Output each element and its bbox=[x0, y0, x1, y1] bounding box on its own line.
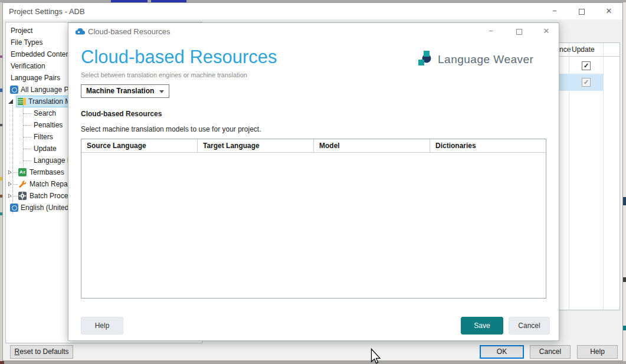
main-titlebar[interactable]: Project Settings - ADB − ✕ bbox=[3, 3, 622, 19]
reset-to-defaults-button[interactable]: Reset to Defaults bbox=[10, 345, 73, 359]
termbase-icon: Az bbox=[18, 168, 27, 176]
background-window-right-edge bbox=[623, 2, 626, 361]
section-title: Cloud-based Resources bbox=[81, 110, 162, 118]
column-header-model[interactable]: Model bbox=[314, 139, 430, 152]
minimize-button[interactable]: − bbox=[541, 3, 568, 19]
column-header-target-language[interactable]: Target Language bbox=[198, 139, 314, 152]
minimize-icon: − bbox=[552, 6, 557, 15]
close-button[interactable]: ✕ bbox=[595, 3, 622, 19]
page-title: Cloud-based Resources bbox=[81, 47, 277, 68]
engine-type-value: Machine Translation bbox=[86, 87, 154, 95]
mt-models-table[interactable]: Source Language Target Language Model Di… bbox=[81, 139, 546, 299]
modal-maximize-button[interactable] bbox=[510, 24, 528, 38]
column-header-source-language[interactable]: Source Language bbox=[81, 139, 198, 152]
cancel-button[interactable]: Cancel bbox=[530, 345, 571, 359]
maximize-icon bbox=[516, 29, 522, 35]
minimize-icon: − bbox=[489, 27, 493, 35]
language-weaver-logo: Language Weaver bbox=[418, 51, 553, 68]
help-button[interactable]: Help bbox=[577, 345, 618, 359]
modal-close-button[interactable]: ✕ bbox=[537, 24, 555, 38]
close-icon: ✕ bbox=[543, 27, 550, 35]
logo-text: Language Weaver bbox=[438, 53, 533, 66]
reset-mnemonic: R bbox=[14, 347, 19, 356]
modal-titlebar[interactable]: Cloud-based Resources − ✕ bbox=[68, 23, 559, 40]
column-header-update: Update bbox=[572, 45, 595, 54]
update-checkbox[interactable]: ✓ bbox=[582, 61, 591, 70]
expand-expander-icon[interactable] bbox=[8, 170, 13, 175]
translation-memory-icon bbox=[18, 97, 26, 106]
gear-icon bbox=[18, 192, 27, 200]
column-divider bbox=[603, 43, 604, 310]
cloud-based-resources-dialog: Cloud-based Resources − ✕ Cloud-based Re… bbox=[68, 22, 559, 341]
cloud-icon bbox=[75, 27, 86, 38]
chevron-down-icon bbox=[159, 90, 164, 93]
engine-type-dropdown[interactable]: Machine Translation bbox=[81, 84, 169, 98]
mouse-cursor bbox=[371, 348, 381, 364]
modal-cancel-button[interactable]: Cancel bbox=[509, 317, 550, 335]
window-title: Project Settings - ADB bbox=[9, 7, 85, 16]
language-weaver-icon bbox=[418, 51, 434, 67]
background-window-bottom-edge bbox=[0, 361, 626, 364]
table-header-divider bbox=[81, 152, 546, 153]
language-pair-icon bbox=[10, 204, 18, 212]
screen: Project Settings - ADB − ✕ Project File … bbox=[0, 0, 626, 364]
maximize-icon bbox=[579, 9, 585, 15]
wrench-icon bbox=[18, 180, 27, 188]
section-description: Select machine translation models to use… bbox=[81, 125, 261, 133]
collapse-expander-icon[interactable] bbox=[8, 99, 13, 104]
save-button[interactable]: Save bbox=[461, 317, 503, 335]
dialog-subtitle: Select between translation engines or ma… bbox=[81, 71, 247, 78]
modal-title: Cloud-based Resources bbox=[88, 27, 170, 36]
maximize-button[interactable] bbox=[568, 3, 595, 19]
modal-help-button[interactable]: Help bbox=[81, 317, 123, 335]
close-icon: ✕ bbox=[606, 6, 612, 15]
ok-button[interactable]: OK bbox=[480, 345, 524, 359]
language-pair-icon bbox=[10, 86, 18, 94]
expand-expander-icon[interactable] bbox=[8, 194, 13, 198]
expand-expander-icon[interactable] bbox=[8, 182, 13, 186]
update-checkbox-disabled[interactable]: ✓ bbox=[582, 78, 591, 87]
modal-minimize-button[interactable]: − bbox=[482, 24, 500, 38]
column-header-dictionaries[interactable]: Dictionaries bbox=[430, 139, 546, 152]
